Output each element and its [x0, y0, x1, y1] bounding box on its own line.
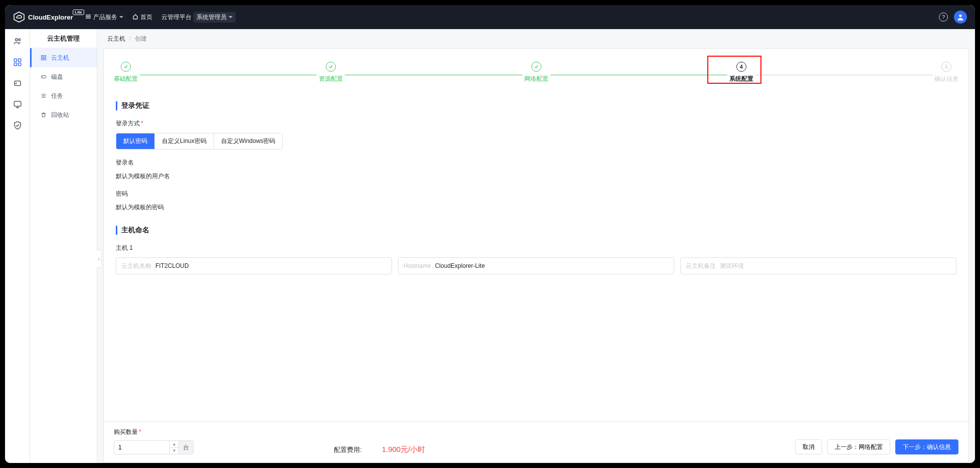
- check-icon: [121, 62, 131, 72]
- icon-rail: [5, 29, 30, 463]
- option-custom-linux[interactable]: 自定义Linux密码: [155, 133, 214, 149]
- nav-platform[interactable]: 云管理平台 系统管理员: [161, 12, 236, 23]
- breadcrumb-current: 创建: [135, 35, 147, 43]
- app-header: CloudExplorer Lite 产品服务 首页: [5, 5, 975, 29]
- svg-rect-14: [42, 56, 44, 58]
- main: 云主机 / 创建 基础配置: [97, 29, 975, 463]
- content-card: 基础配置 资源配置: [103, 48, 969, 463]
- trash-icon: [40, 112, 47, 118]
- sidebar-item-recycle[interactable]: 回收站: [30, 105, 97, 124]
- svg-rect-9: [14, 63, 17, 66]
- qty-input[interactable]: [118, 441, 167, 454]
- svg-rect-16: [42, 58, 44, 60]
- field-label-password: 密码: [116, 190, 956, 198]
- logo-icon: [13, 11, 25, 23]
- rail-disk-icon[interactable]: [13, 78, 23, 88]
- step-number: 4: [736, 62, 746, 72]
- header-nav: 产品服务 首页 云管理平台 系统管理员: [85, 12, 236, 23]
- step-label: 系统配置: [729, 75, 753, 83]
- home-icon: [132, 14, 138, 21]
- check-icon: [326, 62, 336, 72]
- login-method-options: 默认密码 自定义Linux密码 自定义Windows密码: [116, 133, 283, 149]
- svg-rect-7: [14, 59, 17, 61]
- nav-products[interactable]: 产品服务: [85, 13, 123, 22]
- cost-block: 配置费用: 1.900元/小时: [334, 445, 425, 454]
- nav-platform-label: 云管理平台: [161, 13, 191, 22]
- sidebar-collapse-handle[interactable]: ‹: [97, 250, 102, 268]
- form-body: 登录凭证 登录方式* 默认密码 自定义Linux密码 自定义Windows密码: [104, 87, 968, 421]
- chevron-down-icon: [229, 16, 233, 18]
- svg-rect-8: [18, 59, 21, 61]
- step-line: [140, 75, 317, 76]
- option-default-password[interactable]: 默认密码: [116, 133, 155, 149]
- breadcrumb-root[interactable]: 云主机: [107, 35, 125, 43]
- remark-input-wrapper: 云主机备注: [680, 257, 956, 274]
- nav-products-label: 产品服务: [93, 13, 117, 22]
- host-1-label: 主机 1: [116, 244, 956, 252]
- svg-rect-15: [44, 56, 46, 58]
- step-label: 确认信息: [934, 75, 958, 83]
- nav-role-label: 系统管理员: [197, 13, 227, 22]
- rail-users-icon[interactable]: [13, 36, 23, 46]
- rail-servers-icon[interactable]: [13, 57, 23, 67]
- nav-home[interactable]: 首页: [132, 13, 152, 22]
- step-3[interactable]: 网络配置: [524, 62, 548, 83]
- avatar[interactable]: [954, 11, 967, 24]
- logo-text: CloudExplorer Lite: [28, 14, 73, 21]
- section-title-hostname: 主机命名: [116, 226, 956, 235]
- nav-home-label: 首页: [140, 13, 152, 22]
- qty-step-up[interactable]: ▲: [170, 441, 178, 448]
- step-line: [345, 75, 522, 76]
- field-label-login-name: 登录名: [116, 159, 956, 167]
- input-tag: Hostname: [404, 262, 431, 269]
- field-value-login-name: 默认为模板的用户名: [116, 172, 956, 181]
- next-step-button[interactable]: 下一步：确认信息: [895, 439, 958, 454]
- prev-step-button[interactable]: 上一步：网络配置: [827, 439, 890, 454]
- sidebar-item-vm[interactable]: 云主机: [30, 48, 97, 67]
- input-tag: 云主机备注: [686, 262, 716, 270]
- step-number: 5: [941, 62, 951, 72]
- nav-role-badge[interactable]: 系统管理员: [193, 12, 236, 23]
- svg-point-5: [15, 39, 18, 41]
- menu-icon: [85, 14, 91, 21]
- hostname-input[interactable]: [435, 262, 669, 269]
- vm-name-input-wrapper: 云主机名称: [116, 257, 392, 274]
- wizard-footer: 购买数量* ▲ ▼ 台: [104, 421, 968, 462]
- step-1[interactable]: 基础配置: [114, 62, 138, 83]
- step-5: 5 确认信息: [934, 62, 958, 83]
- sidebar-item-label: 回收站: [51, 111, 69, 119]
- help-icon[interactable]: ?: [939, 13, 948, 22]
- qty-unit: 台: [179, 440, 193, 454]
- svg-point-12: [16, 83, 17, 84]
- step-line: [755, 75, 932, 76]
- cost-label: 配置费用:: [334, 445, 362, 454]
- sidebar-item-label: 云主机: [51, 54, 69, 62]
- sidebar-item-disk[interactable]: 磁盘: [30, 67, 97, 86]
- sidebar: 云主机管理 云主机 磁盘 任务: [30, 29, 97, 463]
- remark-input[interactable]: [720, 262, 951, 269]
- disk-icon: [40, 74, 47, 80]
- vm-name-input[interactable]: [155, 262, 386, 269]
- step-2[interactable]: 资源配置: [319, 62, 343, 83]
- step-4[interactable]: 4 系统配置: [729, 62, 753, 83]
- step-label: 资源配置: [319, 75, 343, 83]
- step-line: [550, 75, 727, 76]
- cost-value: 1.900元/小时: [382, 445, 426, 454]
- sidebar-title: 云主机管理: [30, 29, 97, 48]
- sidebar-item-label: 磁盘: [51, 73, 63, 81]
- task-icon: [40, 93, 47, 99]
- cancel-button[interactable]: 取消: [795, 439, 822, 454]
- qty-label: 购买数量*: [114, 428, 193, 436]
- sidebar-item-task[interactable]: 任务: [30, 86, 97, 105]
- chevron-down-icon: [119, 16, 123, 18]
- step-label: 网络配置: [524, 75, 548, 83]
- field-label-login-method: 登录方式*: [116, 119, 956, 128]
- rail-shield-icon[interactable]: [13, 120, 23, 130]
- option-custom-windows[interactable]: 自定义Windows密码: [214, 133, 283, 149]
- breadcrumb-sep: /: [129, 35, 131, 42]
- qty-step-down[interactable]: ▼: [170, 448, 178, 454]
- qty-input-wrapper: ▲ ▼: [114, 440, 179, 454]
- rail-monitor-icon[interactable]: [13, 99, 23, 109]
- svg-rect-13: [14, 101, 21, 106]
- vm-icon: [40, 55, 47, 61]
